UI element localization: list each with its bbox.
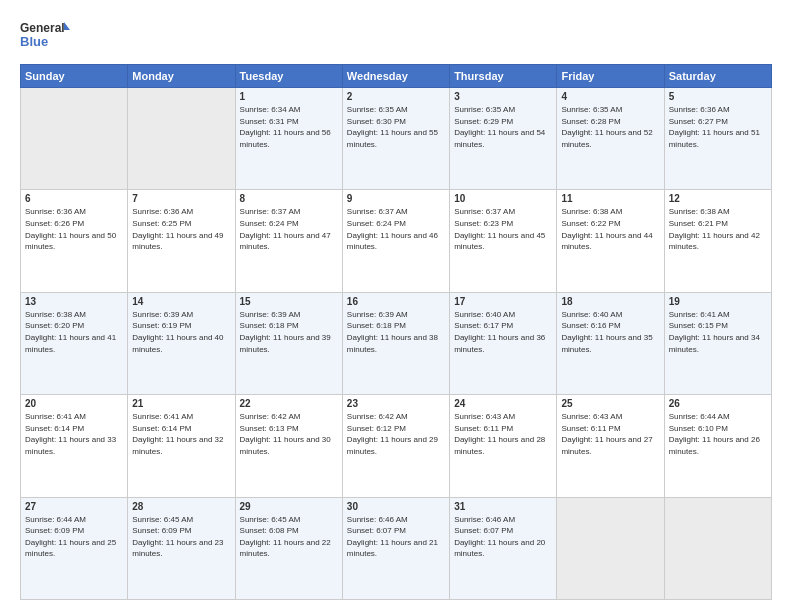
day-info: Sunrise: 6:42 AMSunset: 6:13 PMDaylight:… — [240, 411, 338, 457]
logo: General Blue — [20, 18, 70, 54]
calendar-cell: 26Sunrise: 6:44 AMSunset: 6:10 PMDayligh… — [664, 395, 771, 497]
calendar-cell: 27Sunrise: 6:44 AMSunset: 6:09 PMDayligh… — [21, 497, 128, 599]
logo-svg: General Blue — [20, 18, 70, 54]
day-info: Sunrise: 6:44 AMSunset: 6:10 PMDaylight:… — [669, 411, 767, 457]
calendar-cell: 23Sunrise: 6:42 AMSunset: 6:12 PMDayligh… — [342, 395, 449, 497]
day-info: Sunrise: 6:40 AMSunset: 6:17 PMDaylight:… — [454, 309, 552, 355]
day-number: 10 — [454, 193, 552, 204]
day-info: Sunrise: 6:42 AMSunset: 6:12 PMDaylight:… — [347, 411, 445, 457]
day-info: Sunrise: 6:39 AMSunset: 6:18 PMDaylight:… — [347, 309, 445, 355]
calendar-cell: 3Sunrise: 6:35 AMSunset: 6:29 PMDaylight… — [450, 88, 557, 190]
calendar-week-row: 6Sunrise: 6:36 AMSunset: 6:26 PMDaylight… — [21, 190, 772, 292]
calendar-week-row: 1Sunrise: 6:34 AMSunset: 6:31 PMDaylight… — [21, 88, 772, 190]
day-info: Sunrise: 6:35 AMSunset: 6:29 PMDaylight:… — [454, 104, 552, 150]
calendar-cell: 21Sunrise: 6:41 AMSunset: 6:14 PMDayligh… — [128, 395, 235, 497]
day-number: 3 — [454, 91, 552, 102]
calendar-cell: 2Sunrise: 6:35 AMSunset: 6:30 PMDaylight… — [342, 88, 449, 190]
day-number: 22 — [240, 398, 338, 409]
day-info: Sunrise: 6:37 AMSunset: 6:23 PMDaylight:… — [454, 206, 552, 252]
day-info: Sunrise: 6:41 AMSunset: 6:14 PMDaylight:… — [132, 411, 230, 457]
calendar-cell: 30Sunrise: 6:46 AMSunset: 6:07 PMDayligh… — [342, 497, 449, 599]
weekday-header-monday: Monday — [128, 65, 235, 88]
day-info: Sunrise: 6:43 AMSunset: 6:11 PMDaylight:… — [454, 411, 552, 457]
day-info: Sunrise: 6:35 AMSunset: 6:30 PMDaylight:… — [347, 104, 445, 150]
day-info: Sunrise: 6:36 AMSunset: 6:26 PMDaylight:… — [25, 206, 123, 252]
header: General Blue — [20, 18, 772, 54]
day-number: 18 — [561, 296, 659, 307]
day-info: Sunrise: 6:45 AMSunset: 6:08 PMDaylight:… — [240, 514, 338, 560]
calendar-cell: 28Sunrise: 6:45 AMSunset: 6:09 PMDayligh… — [128, 497, 235, 599]
calendar-cell: 31Sunrise: 6:46 AMSunset: 6:07 PMDayligh… — [450, 497, 557, 599]
calendar-cell: 1Sunrise: 6:34 AMSunset: 6:31 PMDaylight… — [235, 88, 342, 190]
calendar-cell: 11Sunrise: 6:38 AMSunset: 6:22 PMDayligh… — [557, 190, 664, 292]
day-info: Sunrise: 6:45 AMSunset: 6:09 PMDaylight:… — [132, 514, 230, 560]
calendar-cell: 12Sunrise: 6:38 AMSunset: 6:21 PMDayligh… — [664, 190, 771, 292]
day-info: Sunrise: 6:38 AMSunset: 6:20 PMDaylight:… — [25, 309, 123, 355]
calendar-cell: 14Sunrise: 6:39 AMSunset: 6:19 PMDayligh… — [128, 292, 235, 394]
calendar-cell: 15Sunrise: 6:39 AMSunset: 6:18 PMDayligh… — [235, 292, 342, 394]
day-number: 21 — [132, 398, 230, 409]
calendar-cell: 10Sunrise: 6:37 AMSunset: 6:23 PMDayligh… — [450, 190, 557, 292]
day-info: Sunrise: 6:46 AMSunset: 6:07 PMDaylight:… — [347, 514, 445, 560]
day-number: 31 — [454, 501, 552, 512]
day-number: 25 — [561, 398, 659, 409]
day-number: 28 — [132, 501, 230, 512]
calendar-cell: 24Sunrise: 6:43 AMSunset: 6:11 PMDayligh… — [450, 395, 557, 497]
day-number: 30 — [347, 501, 445, 512]
day-info: Sunrise: 6:43 AMSunset: 6:11 PMDaylight:… — [561, 411, 659, 457]
calendar-cell: 13Sunrise: 6:38 AMSunset: 6:20 PMDayligh… — [21, 292, 128, 394]
day-info: Sunrise: 6:39 AMSunset: 6:19 PMDaylight:… — [132, 309, 230, 355]
day-number: 13 — [25, 296, 123, 307]
day-info: Sunrise: 6:46 AMSunset: 6:07 PMDaylight:… — [454, 514, 552, 560]
svg-text:General: General — [20, 21, 65, 35]
day-info: Sunrise: 6:41 AMSunset: 6:15 PMDaylight:… — [669, 309, 767, 355]
day-info: Sunrise: 6:41 AMSunset: 6:14 PMDaylight:… — [25, 411, 123, 457]
weekday-header-thursday: Thursday — [450, 65, 557, 88]
day-info: Sunrise: 6:44 AMSunset: 6:09 PMDaylight:… — [25, 514, 123, 560]
day-number: 27 — [25, 501, 123, 512]
day-number: 8 — [240, 193, 338, 204]
day-info: Sunrise: 6:39 AMSunset: 6:18 PMDaylight:… — [240, 309, 338, 355]
calendar-cell: 9Sunrise: 6:37 AMSunset: 6:24 PMDaylight… — [342, 190, 449, 292]
day-number: 17 — [454, 296, 552, 307]
day-number: 9 — [347, 193, 445, 204]
day-number: 23 — [347, 398, 445, 409]
svg-text:Blue: Blue — [20, 34, 48, 49]
day-info: Sunrise: 6:37 AMSunset: 6:24 PMDaylight:… — [240, 206, 338, 252]
calendar-cell: 6Sunrise: 6:36 AMSunset: 6:26 PMDaylight… — [21, 190, 128, 292]
calendar-cell: 8Sunrise: 6:37 AMSunset: 6:24 PMDaylight… — [235, 190, 342, 292]
day-number: 20 — [25, 398, 123, 409]
svg-marker-2 — [64, 22, 70, 30]
day-info: Sunrise: 6:40 AMSunset: 6:16 PMDaylight:… — [561, 309, 659, 355]
day-number: 2 — [347, 91, 445, 102]
day-info: Sunrise: 6:37 AMSunset: 6:24 PMDaylight:… — [347, 206, 445, 252]
calendar-cell: 29Sunrise: 6:45 AMSunset: 6:08 PMDayligh… — [235, 497, 342, 599]
day-number: 5 — [669, 91, 767, 102]
calendar-week-row: 13Sunrise: 6:38 AMSunset: 6:20 PMDayligh… — [21, 292, 772, 394]
calendar-cell — [21, 88, 128, 190]
day-info: Sunrise: 6:36 AMSunset: 6:25 PMDaylight:… — [132, 206, 230, 252]
day-number: 16 — [347, 296, 445, 307]
day-number: 29 — [240, 501, 338, 512]
day-number: 11 — [561, 193, 659, 204]
calendar-cell — [664, 497, 771, 599]
calendar-cell: 19Sunrise: 6:41 AMSunset: 6:15 PMDayligh… — [664, 292, 771, 394]
day-number: 15 — [240, 296, 338, 307]
weekday-header-row: SundayMondayTuesdayWednesdayThursdayFrid… — [21, 65, 772, 88]
weekday-header-tuesday: Tuesday — [235, 65, 342, 88]
calendar-cell — [128, 88, 235, 190]
day-number: 12 — [669, 193, 767, 204]
calendar-table: SundayMondayTuesdayWednesdayThursdayFrid… — [20, 64, 772, 600]
day-number: 19 — [669, 296, 767, 307]
day-info: Sunrise: 6:38 AMSunset: 6:21 PMDaylight:… — [669, 206, 767, 252]
calendar-cell: 17Sunrise: 6:40 AMSunset: 6:17 PMDayligh… — [450, 292, 557, 394]
calendar-week-row: 20Sunrise: 6:41 AMSunset: 6:14 PMDayligh… — [21, 395, 772, 497]
calendar-cell: 18Sunrise: 6:40 AMSunset: 6:16 PMDayligh… — [557, 292, 664, 394]
day-number: 6 — [25, 193, 123, 204]
weekday-header-wednesday: Wednesday — [342, 65, 449, 88]
day-number: 14 — [132, 296, 230, 307]
calendar-cell: 5Sunrise: 6:36 AMSunset: 6:27 PMDaylight… — [664, 88, 771, 190]
calendar-cell: 20Sunrise: 6:41 AMSunset: 6:14 PMDayligh… — [21, 395, 128, 497]
day-number: 4 — [561, 91, 659, 102]
weekday-header-sunday: Sunday — [21, 65, 128, 88]
